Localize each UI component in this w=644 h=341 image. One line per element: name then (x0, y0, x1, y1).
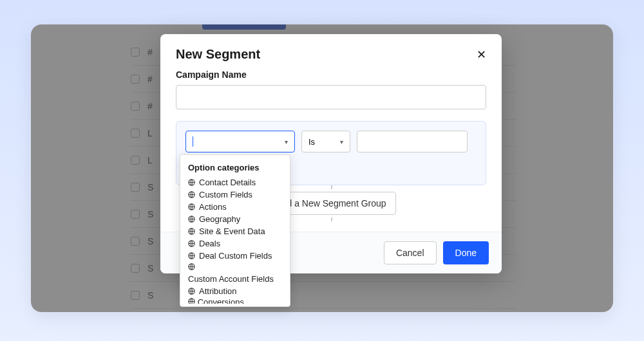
globe-icon (188, 203, 195, 210)
globe-icon (188, 191, 195, 198)
dropdown-item-label: Contact Details (199, 178, 256, 187)
condition-value-select[interactable] (357, 131, 468, 152)
dropdown-item-label: Custom Fields (199, 190, 252, 199)
condition-operator-select[interactable]: Is ▾ (301, 131, 350, 152)
globe-icon (188, 288, 195, 295)
add-segment-group-label: Add a New Segment Group (276, 198, 386, 208)
dropdown-category-item[interactable]: Attribution (180, 285, 290, 297)
dropdown-item-label: Attribution (199, 286, 237, 296)
dropdown-category-item[interactable]: Deals (180, 237, 290, 250)
globe-icon (188, 240, 195, 247)
dropdown-category-item[interactable]: Actions (180, 201, 290, 213)
dropdown-category-item[interactable]: Custom Fields (180, 189, 290, 201)
done-button[interactable]: Done (443, 241, 489, 264)
dropdown-item-label: Geography (199, 214, 240, 224)
cancel-button[interactable]: Cancel (384, 241, 437, 264)
modal-title: New Segment (176, 47, 260, 62)
dropdown-category-item[interactable]: Geography (180, 213, 290, 225)
chevron-down-icon: ▾ (285, 138, 288, 145)
dropdown-category-item[interactable]: Custom Account Fields (180, 262, 290, 285)
field-category-dropdown: Option categories Contact DetailsCustom … (180, 154, 290, 307)
dropdown-item-label: Custom Account Fields (188, 274, 274, 284)
condition-field-select[interactable]: ▾ (185, 131, 295, 152)
close-icon[interactable]: ✕ (477, 49, 486, 60)
globe-icon (188, 298, 195, 304)
condition-row: ▾ Is ▾ (185, 131, 477, 152)
modal-header: New Segment ✕ (160, 34, 502, 69)
globe-icon (188, 216, 195, 223)
dropdown-item-label: Deal Custom Fields (199, 251, 272, 261)
globe-icon (188, 179, 195, 186)
globe-icon (188, 252, 195, 259)
dropdown-item-label: Site & Event Data (199, 226, 265, 236)
globe-icon (188, 263, 195, 270)
globe-icon (188, 228, 195, 235)
dropdown-category-item[interactable]: Site & Event Data (180, 225, 290, 237)
dropdown-category-item[interactable]: Contact Details (180, 176, 290, 189)
campaign-name-label: Campaign Name (176, 69, 486, 80)
dropdown-category-item[interactable]: Deal Custom Fields (180, 250, 290, 262)
dropdown-item-label: Actions (199, 202, 227, 212)
dropdown-item-cutoff[interactable]: Conversions (180, 297, 290, 304)
dropdown-item-label: Deals (199, 239, 220, 248)
operator-value: Is (308, 137, 315, 147)
dropdown-header: Option categories (180, 160, 290, 176)
chevron-down-icon: ▾ (340, 138, 343, 145)
text-cursor (193, 136, 193, 147)
svg-point-9 (189, 299, 194, 304)
campaign-name-input[interactable] (176, 85, 486, 109)
